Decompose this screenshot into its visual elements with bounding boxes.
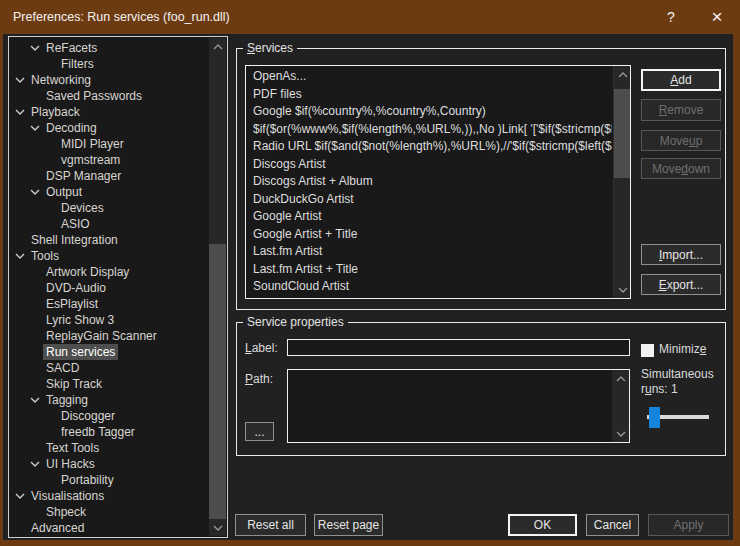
scroll-up-icon[interactable] <box>612 370 629 387</box>
chevron-down-icon[interactable] <box>12 493 28 499</box>
chevron-down-icon[interactable] <box>12 77 28 83</box>
tree-item-label: Playback <box>28 104 83 120</box>
tree-scrollbar-thumb[interactable] <box>209 244 226 519</box>
service-item[interactable]: Google $if(%country%,%country%,Country) <box>247 103 612 121</box>
tree-item[interactable]: MIDI Player <box>9 136 209 152</box>
tree-item[interactable]: freedb Tagger <box>9 424 209 440</box>
tree-item[interactable]: ReplayGain Scanner <box>9 328 209 344</box>
tree-scrollbar[interactable] <box>209 38 226 536</box>
tree-item-label: Filters <box>58 56 97 72</box>
browse-button[interactable]: ... <box>245 422 274 441</box>
tree-item[interactable]: Run services <box>9 344 209 360</box>
tree-item[interactable]: Decoding <box>9 120 209 136</box>
minimize-checkbox[interactable] <box>641 344 654 357</box>
service-item-partial[interactable]: SoundCloud Artist + Title <box>247 296 612 299</box>
ok-button[interactable]: OK <box>508 514 577 536</box>
service-item[interactable]: PDF files <box>247 86 612 104</box>
chevron-down-icon[interactable] <box>27 125 43 131</box>
import-button[interactable]: Import... <box>641 244 721 265</box>
tree-item[interactable]: Filters <box>9 56 209 72</box>
path-scrollbar[interactable] <box>612 370 629 442</box>
tree-item-label: Decoding <box>43 120 100 136</box>
scroll-down-icon[interactable] <box>209 519 226 536</box>
tree-item[interactable]: Portability <box>9 472 209 488</box>
tree-item-label: Run services <box>43 344 118 360</box>
tree-item[interactable]: Playback <box>9 104 209 120</box>
tree-item-label: vgmstream <box>58 152 123 168</box>
tree-item[interactable]: Artwork Display <box>9 264 209 280</box>
help-button[interactable]: ? <box>648 0 694 34</box>
titlebar: Preferences: Run services (foo_run.dll) … <box>0 0 740 34</box>
tree-item[interactable]: EsPlaylist <box>9 296 209 312</box>
service-item[interactable]: Last.fm Artist <box>247 243 612 261</box>
chevron-down-icon[interactable] <box>27 189 43 195</box>
label-input[interactable] <box>287 339 630 356</box>
tree-item-label: Devices <box>58 200 107 216</box>
tree-item-label: Visualisations <box>28 488 107 504</box>
chevron-down-icon[interactable] <box>12 109 28 115</box>
services-scrollbar-thumb[interactable] <box>614 89 631 178</box>
scroll-down-icon[interactable] <box>614 281 631 298</box>
services-scrollbar[interactable] <box>613 66 630 298</box>
cancel-button[interactable]: Cancel <box>586 514 639 536</box>
tree-item[interactable]: Devices <box>9 200 209 216</box>
reset-page-button[interactable]: Reset page <box>314 514 383 536</box>
scroll-down-icon[interactable] <box>612 425 629 442</box>
tree-item-label: ASIO <box>58 216 93 232</box>
tree-item[interactable]: Skip Track <box>9 376 209 392</box>
service-item[interactable]: OpenAs... <box>247 68 612 86</box>
chevron-down-icon[interactable] <box>27 397 43 403</box>
chevron-down-icon[interactable] <box>12 253 28 259</box>
tree-item[interactable]: vgmstream <box>9 152 209 168</box>
add-button[interactable]: Add <box>641 69 721 91</box>
tree-item[interactable]: Output <box>9 184 209 200</box>
tree-item[interactable]: ASIO <box>9 216 209 232</box>
chevron-down-icon[interactable] <box>27 461 43 467</box>
service-item[interactable]: DuckDuckGo Artist <box>247 191 612 209</box>
tree-item[interactable]: Tools <box>9 248 209 264</box>
tree-item[interactable]: Visualisations <box>9 488 209 504</box>
services-list[interactable]: OpenAs... PDF files Google $if(%country%… <box>245 65 631 299</box>
move-down-button: Move down <box>641 158 721 179</box>
close-button[interactable]: × <box>694 0 740 34</box>
tree-item[interactable]: Shell Integration <box>9 232 209 248</box>
service-item[interactable]: Google Artist <box>247 208 612 226</box>
scroll-up-icon[interactable] <box>614 66 631 83</box>
service-item[interactable]: Radio URL $if($and($not(%length%),%URL%)… <box>247 138 612 156</box>
tree-item[interactable]: Discogger <box>9 408 209 424</box>
tree-item[interactable]: UI Hacks <box>9 456 209 472</box>
path-field-label: Path: <box>245 372 273 386</box>
path-input[interactable] <box>287 369 630 443</box>
tree-item[interactable]: ReFacets <box>9 40 209 56</box>
tree-item[interactable]: Lyric Show 3 <box>9 312 209 328</box>
service-item[interactable]: $if($or(%www%,$if(%length%,%URL%,)),,No … <box>247 121 612 139</box>
tree-item[interactable]: DVD-Audio <box>9 280 209 296</box>
tree-item-label: DSP Manager <box>43 168 124 184</box>
tree-item[interactable]: Tagging <box>9 392 209 408</box>
simultaneous-runs-slider-thumb[interactable] <box>649 407 660 428</box>
tree-item[interactable]: SACD <box>9 360 209 376</box>
simultaneous-runs-label: Simultaneous runs: 1 <box>641 367 714 397</box>
tree-item[interactable]: DSP Manager <box>9 168 209 184</box>
tree-item-label: Discogger <box>58 408 118 424</box>
tree-item[interactable]: Networking <box>9 72 209 88</box>
reset-all-button[interactable]: Reset all <box>235 514 306 536</box>
scroll-up-icon[interactable] <box>209 38 226 55</box>
tree-item[interactable]: Text Tools <box>9 440 209 456</box>
preferences-dialog: Preferences: Run services (foo_run.dll) … <box>0 0 740 546</box>
export-button[interactable]: Export... <box>641 274 721 295</box>
tree-item-label: SACD <box>43 360 82 376</box>
minimize-checkbox-label[interactable]: Minimize <box>659 342 706 356</box>
chevron-down-icon[interactable] <box>27 45 43 51</box>
tree-item-label: Shell Integration <box>28 232 121 248</box>
tree-item-label: Output <box>43 184 85 200</box>
service-item[interactable]: Discogs Artist + Album <box>247 173 612 191</box>
tree-item[interactable]: Saved Passwords <box>9 88 209 104</box>
service-item[interactable]: SoundCloud Artist <box>247 278 612 296</box>
tree-item[interactable]: Shpeck <box>9 504 209 520</box>
service-item[interactable]: Google Artist + Title <box>247 226 612 244</box>
tree-item[interactable]: Advanced <box>9 520 209 536</box>
tree-item-label: Skip Track <box>43 376 105 392</box>
service-item[interactable]: Discogs Artist <box>247 156 612 174</box>
service-item[interactable]: Last.fm Artist + Title <box>247 261 612 279</box>
